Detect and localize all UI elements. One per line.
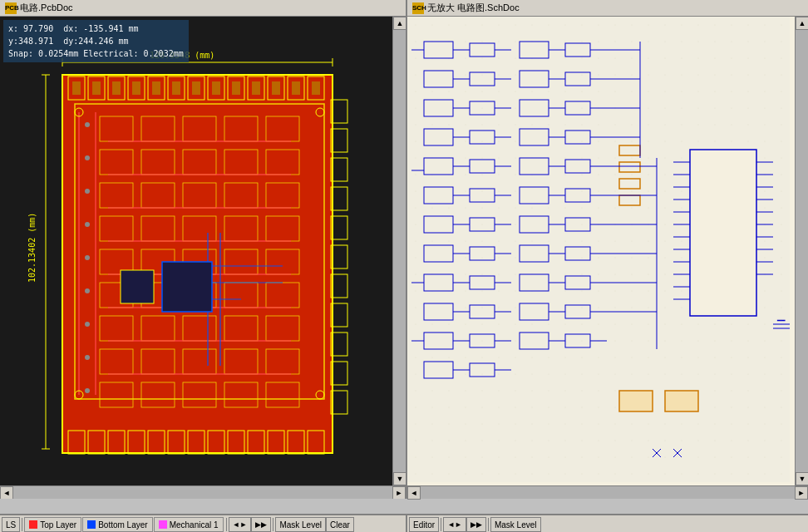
divider-5 — [488, 518, 489, 531]
pcb-scroll-right[interactable]: ► — [392, 486, 406, 499]
svg-rect-223 — [520, 303, 549, 320]
schematic-scroll-down[interactable]: ▼ — [796, 472, 808, 485]
schematic-scroll-up[interactable]: ▲ — [796, 17, 808, 30]
schematic-scroll-left[interactable]: ◄ — [407, 486, 421, 500]
svg-text:~~: ~~ — [777, 317, 786, 324]
svg-point-111 — [85, 155, 90, 160]
main-container: PCB 电路.PcbDoc x: 97.790 dx: -135.941 mm … — [0, 0, 808, 532]
pcb-scrollbar-vertical[interactable]: ▲ ▼ — [392, 17, 406, 485]
svg-rect-129 — [192, 81, 200, 95]
coord-y: y:348.971 dy:244.246 mm — [8, 35, 184, 47]
pcb-icon: PCB — [5, 2, 17, 14]
pcb-scroll-track-v[interactable] — [393, 30, 406, 472]
svg-rect-259 — [665, 391, 698, 411]
schematic-arrows-btn[interactable]: ◄► — [443, 517, 466, 532]
svg-rect-108 — [162, 262, 212, 312]
svg-rect-132 — [252, 81, 260, 95]
pcb-svg: 120.9548 (mm) 102.13402 (mm) — [0, 17, 392, 485]
schematic-svg: ~~ — [407, 17, 790, 482]
svg-rect-123 — [72, 81, 81, 95]
layer-tab-mechanical[interactable]: Mechanical 1 — [154, 517, 224, 532]
svg-text:102.13402 (mm): 102.13402 (mm) — [27, 213, 37, 283]
clear-btn[interactable]: Clear — [326, 517, 354, 532]
schematic-scroll-track-h[interactable] — [421, 486, 795, 499]
divider-2 — [226, 518, 227, 531]
svg-rect-175 — [424, 303, 453, 320]
svg-rect-151 — [424, 129, 453, 145]
svg-rect-187 — [520, 42, 549, 58]
pcb-inner: x: 97.790 dx: -135.941 mm y:348.971 dy:2… — [0, 17, 406, 485]
svg-rect-130 — [212, 81, 220, 95]
more-layers-btn[interactable]: ▶▶ — [251, 517, 271, 532]
svg-rect-215 — [520, 245, 549, 262]
coord-x: x: 97.790 dx: -135.941 mm — [8, 22, 184, 35]
svg-rect-124 — [92, 81, 101, 95]
mask-level-btn[interactable]: Mask Level — [275, 517, 326, 532]
svg-rect-195 — [520, 100, 549, 116]
svg-rect-155 — [424, 158, 453, 175]
svg-point-116 — [85, 322, 90, 327]
pcb-canvas[interactable]: x: 97.790 dx: -135.941 mm y:348.971 dy:2… — [0, 17, 392, 485]
svg-rect-227 — [520, 332, 549, 349]
schematic-canvas[interactable]: ~~ — [407, 17, 795, 485]
pcb-scroll-left[interactable]: ◄ — [0, 486, 13, 499]
svg-rect-171 — [424, 274, 453, 291]
svg-rect-131 — [232, 81, 240, 95]
svg-rect-128 — [172, 81, 180, 95]
editor-btn[interactable]: Editor — [409, 517, 439, 532]
bottom-status-bars: LS Top Layer Bottom Layer Mechanical 1 ◄… — [0, 514, 808, 532]
svg-point-113 — [85, 222, 90, 227]
schematic-status-bar: Editor ◄► ▶▶ Mask Level — [407, 515, 808, 532]
svg-rect-125 — [112, 81, 121, 95]
schematic-inner: ~~ ▲ ▼ — [407, 17, 808, 485]
svg-rect-127 — [152, 81, 160, 95]
svg-rect-163 — [424, 216, 453, 233]
svg-rect-147 — [424, 100, 453, 116]
schematic-scroll-right[interactable]: ► — [795, 486, 808, 500]
pcb-scroll-track-h[interactable] — [13, 486, 392, 499]
pcb-title-bar: PCB 电路.PcbDoc — [0, 0, 406, 17]
svg-rect-126 — [132, 81, 140, 95]
svg-rect-231 — [690, 150, 756, 316]
divider-4 — [441, 518, 441, 531]
svg-point-115 — [85, 288, 90, 293]
svg-rect-109 — [121, 270, 154, 303]
svg-rect-135 — [312, 81, 320, 95]
svg-rect-203 — [520, 158, 549, 175]
schematic-panel: SCH 无放大 电路图.SchDoc — [407, 0, 808, 499]
svg-rect-207 — [520, 187, 549, 204]
schematic-scrollbar-vertical[interactable]: ▲ ▼ — [795, 17, 808, 485]
mechanical-layer-color — [159, 520, 167, 529]
svg-rect-219 — [520, 274, 549, 291]
schematic-icon: SCH — [412, 2, 424, 14]
svg-point-110 — [85, 122, 90, 127]
svg-rect-179 — [424, 332, 453, 349]
svg-rect-199 — [520, 129, 549, 145]
schematic-more-btn[interactable]: ▶▶ — [466, 517, 486, 532]
svg-rect-191 — [520, 71, 549, 87]
divider-3 — [273, 518, 273, 531]
svg-rect-134 — [292, 81, 300, 95]
layer-tab-bottom[interactable]: Bottom Layer — [82, 517, 152, 532]
schematic-scrollbar-horizontal[interactable]: ◄ ► — [407, 485, 808, 499]
layer-tab-top[interactable]: Top Layer — [24, 517, 81, 532]
schematic-title-bar: SCH 无放大 电路图.SchDoc — [407, 0, 808, 17]
ls-button[interactable]: LS — [2, 517, 20, 532]
coord-snap: Snap: 0.0254mm Electrical: 0.2032mm — [8, 47, 184, 60]
svg-rect-139 — [424, 42, 453, 58]
coords-box: x: 97.790 dx: -135.941 mm y:348.971 dy:2… — [3, 20, 189, 62]
top-layer-color — [29, 520, 37, 529]
pcb-scrollbar-horizontal[interactable]: ◄ ► — [0, 485, 406, 499]
schematic-scroll-track-v[interactable] — [796, 30, 808, 472]
svg-rect-167 — [424, 245, 453, 262]
svg-point-112 — [85, 189, 90, 194]
layer-arrows-btn[interactable]: ◄► — [229, 517, 252, 532]
pcb-scroll-up[interactable]: ▲ — [393, 17, 406, 30]
svg-point-117 — [85, 355, 90, 360]
pcb-scroll-down[interactable]: ▼ — [393, 472, 406, 485]
panels-row: PCB 电路.PcbDoc x: 97.790 dx: -135.941 mm … — [0, 0, 808, 514]
pcb-title-text: 电路.PcbDoc — [20, 2, 73, 14]
schematic-mask-level-btn[interactable]: Mask Level — [490, 517, 541, 532]
svg-point-114 — [85, 255, 90, 260]
pcb-status-bar: LS Top Layer Bottom Layer Mechanical 1 ◄… — [0, 515, 407, 532]
